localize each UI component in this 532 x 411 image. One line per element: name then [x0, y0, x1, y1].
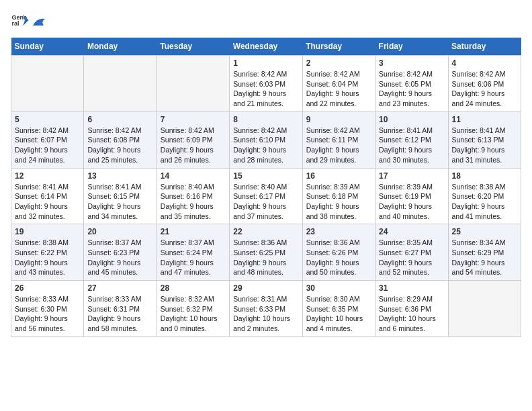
- weekday-header-thursday: Thursday: [302, 38, 375, 56]
- day-info: Sunrise: 8:40 AM Sunset: 6:16 PM Dayligh…: [161, 182, 226, 222]
- day-info: Sunrise: 8:33 AM Sunset: 6:31 PM Dayligh…: [87, 294, 152, 334]
- day-number: 17: [379, 171, 444, 181]
- day-number: 25: [452, 227, 517, 236]
- day-info: Sunrise: 8:42 AM Sunset: 6:05 PM Dayligh…: [379, 69, 444, 109]
- day-cell: 4Sunrise: 8:42 AM Sunset: 6:06 PM Daylig…: [448, 56, 521, 112]
- weekday-header-monday: Monday: [84, 38, 157, 56]
- day-cell: 3Sunrise: 8:42 AM Sunset: 6:05 PM Daylig…: [375, 56, 448, 112]
- day-info: Sunrise: 8:42 AM Sunset: 6:08 PM Dayligh…: [87, 126, 152, 165]
- day-info: Sunrise: 8:38 AM Sunset: 6:22 PM Dayligh…: [15, 238, 80, 277]
- day-info: Sunrise: 8:41 AM Sunset: 6:12 PM Dayligh…: [379, 126, 444, 165]
- week-row-3: 12Sunrise: 8:41 AM Sunset: 6:14 PM Dayli…: [11, 168, 521, 224]
- day-cell: 9Sunrise: 8:42 AM Sunset: 6:11 PM Daylig…: [302, 111, 375, 168]
- day-cell: 25Sunrise: 8:34 AM Sunset: 6:29 PM Dayli…: [448, 224, 521, 281]
- day-number: 22: [233, 227, 298, 236]
- day-cell: [84, 56, 157, 112]
- day-cell: 24Sunrise: 8:35 AM Sunset: 6:27 PM Dayli…: [375, 224, 448, 281]
- day-info: Sunrise: 8:38 AM Sunset: 6:20 PM Dayligh…: [452, 182, 517, 222]
- day-info: Sunrise: 8:42 AM Sunset: 6:10 PM Dayligh…: [233, 126, 298, 165]
- day-cell: 14Sunrise: 8:40 AM Sunset: 6:16 PM Dayli…: [157, 168, 229, 224]
- day-number: 23: [306, 227, 371, 236]
- logo: Gene ral: [11, 11, 47, 30]
- day-info: Sunrise: 8:39 AM Sunset: 6:18 PM Dayligh…: [306, 182, 371, 222]
- day-cell: 29Sunrise: 8:31 AM Sunset: 6:33 PM Dayli…: [230, 281, 302, 337]
- day-number: 13: [87, 171, 152, 181]
- day-cell: 5Sunrise: 8:42 AM Sunset: 6:07 PM Daylig…: [11, 111, 84, 168]
- day-cell: 19Sunrise: 8:38 AM Sunset: 6:22 PM Dayli…: [11, 224, 84, 281]
- day-number: 15: [233, 171, 298, 181]
- day-number: 14: [161, 171, 226, 181]
- day-number: 19: [15, 227, 80, 236]
- day-info: Sunrise: 8:39 AM Sunset: 6:19 PM Dayligh…: [379, 182, 444, 222]
- day-cell: 12Sunrise: 8:41 AM Sunset: 6:14 PM Dayli…: [11, 168, 84, 224]
- day-info: Sunrise: 8:36 AM Sunset: 6:26 PM Dayligh…: [306, 238, 371, 277]
- day-info: Sunrise: 8:32 AM Sunset: 6:32 PM Dayligh…: [161, 294, 226, 334]
- day-number: 16: [306, 171, 371, 181]
- day-cell: 2Sunrise: 8:42 AM Sunset: 6:04 PM Daylig…: [302, 56, 375, 112]
- day-cell: 18Sunrise: 8:38 AM Sunset: 6:20 PM Dayli…: [448, 168, 521, 224]
- day-number: 31: [379, 283, 444, 293]
- day-number: 2: [306, 58, 371, 68]
- day-cell: [11, 56, 84, 112]
- day-number: 30: [306, 283, 371, 293]
- day-cell: 15Sunrise: 8:40 AM Sunset: 6:17 PM Dayli…: [230, 168, 302, 224]
- day-number: 27: [87, 283, 152, 293]
- weekday-header-wednesday: Wednesday: [230, 38, 302, 56]
- day-cell: 16Sunrise: 8:39 AM Sunset: 6:18 PM Dayli…: [302, 168, 375, 224]
- calendar-body: 1Sunrise: 8:42 AM Sunset: 6:03 PM Daylig…: [11, 56, 521, 337]
- day-info: Sunrise: 8:33 AM Sunset: 6:30 PM Dayligh…: [15, 294, 80, 334]
- weekday-header-saturday: Saturday: [448, 38, 521, 56]
- day-cell: 1Sunrise: 8:42 AM Sunset: 6:03 PM Daylig…: [230, 56, 302, 112]
- day-info: Sunrise: 8:41 AM Sunset: 6:13 PM Dayligh…: [452, 126, 517, 165]
- day-cell: 13Sunrise: 8:41 AM Sunset: 6:15 PM Dayli…: [84, 168, 157, 224]
- day-info: Sunrise: 8:42 AM Sunset: 6:04 PM Dayligh…: [306, 69, 371, 109]
- day-number: 21: [161, 227, 226, 236]
- day-cell: 7Sunrise: 8:42 AM Sunset: 6:09 PM Daylig…: [157, 111, 229, 168]
- day-info: Sunrise: 8:31 AM Sunset: 6:33 PM Dayligh…: [233, 294, 298, 334]
- day-cell: 21Sunrise: 8:37 AM Sunset: 6:24 PM Dayli…: [157, 224, 229, 281]
- day-info: Sunrise: 8:42 AM Sunset: 6:09 PM Dayligh…: [161, 126, 226, 165]
- day-cell: 11Sunrise: 8:41 AM Sunset: 6:13 PM Dayli…: [448, 111, 521, 168]
- day-info: Sunrise: 8:41 AM Sunset: 6:15 PM Dayligh…: [87, 182, 152, 222]
- day-cell: [157, 56, 229, 112]
- day-info: Sunrise: 8:42 AM Sunset: 6:06 PM Dayligh…: [452, 69, 517, 109]
- weekday-header-row: SundayMondayTuesdayWednesdayThursdayFrid…: [11, 38, 521, 56]
- day-number: 18: [452, 171, 517, 181]
- day-cell: 26Sunrise: 8:33 AM Sunset: 6:30 PM Dayli…: [11, 281, 84, 337]
- day-info: Sunrise: 8:42 AM Sunset: 6:07 PM Dayligh…: [15, 126, 80, 165]
- day-info: Sunrise: 8:42 AM Sunset: 6:11 PM Dayligh…: [306, 126, 371, 165]
- day-number: 24: [379, 227, 444, 236]
- day-number: 4: [452, 58, 517, 68]
- day-info: Sunrise: 8:34 AM Sunset: 6:29 PM Dayligh…: [452, 238, 517, 277]
- day-cell: 31Sunrise: 8:29 AM Sunset: 6:36 PM Dayli…: [375, 281, 448, 337]
- logo-icon: Gene ral: [11, 11, 30, 30]
- day-info: Sunrise: 8:41 AM Sunset: 6:14 PM Dayligh…: [15, 182, 80, 222]
- day-number: 3: [379, 58, 444, 68]
- day-cell: 17Sunrise: 8:39 AM Sunset: 6:19 PM Dayli…: [375, 168, 448, 224]
- day-number: 20: [87, 227, 152, 236]
- weekday-header-tuesday: Tuesday: [157, 38, 229, 56]
- weekday-header-sunday: Sunday: [11, 38, 84, 56]
- day-number: 9: [306, 115, 371, 124]
- day-cell: 22Sunrise: 8:36 AM Sunset: 6:25 PM Dayli…: [230, 224, 302, 281]
- day-number: 29: [233, 283, 298, 293]
- day-number: 28: [161, 283, 226, 293]
- day-info: Sunrise: 8:29 AM Sunset: 6:36 PM Dayligh…: [379, 294, 444, 334]
- day-cell: 10Sunrise: 8:41 AM Sunset: 6:12 PM Dayli…: [375, 111, 448, 168]
- week-row-5: 26Sunrise: 8:33 AM Sunset: 6:30 PM Dayli…: [11, 281, 521, 337]
- day-number: 10: [379, 115, 444, 124]
- day-number: 5: [15, 115, 80, 124]
- calendar-table: SundayMondayTuesdayWednesdayThursdayFrid…: [11, 38, 521, 337]
- day-info: Sunrise: 8:36 AM Sunset: 6:25 PM Dayligh…: [233, 238, 298, 277]
- day-info: Sunrise: 8:30 AM Sunset: 6:35 PM Dayligh…: [306, 294, 371, 334]
- day-info: Sunrise: 8:37 AM Sunset: 6:24 PM Dayligh…: [161, 238, 226, 277]
- day-info: Sunrise: 8:42 AM Sunset: 6:03 PM Dayligh…: [233, 69, 298, 109]
- day-cell: 28Sunrise: 8:32 AM Sunset: 6:32 PM Dayli…: [157, 281, 229, 337]
- day-cell: 8Sunrise: 8:42 AM Sunset: 6:10 PM Daylig…: [230, 111, 302, 168]
- day-cell: 6Sunrise: 8:42 AM Sunset: 6:08 PM Daylig…: [84, 111, 157, 168]
- day-info: Sunrise: 8:35 AM Sunset: 6:27 PM Dayligh…: [379, 238, 444, 277]
- week-row-1: 1Sunrise: 8:42 AM Sunset: 6:03 PM Daylig…: [11, 56, 521, 112]
- day-number: 1: [233, 58, 298, 68]
- day-info: Sunrise: 8:37 AM Sunset: 6:23 PM Dayligh…: [87, 238, 152, 277]
- day-number: 6: [87, 115, 152, 124]
